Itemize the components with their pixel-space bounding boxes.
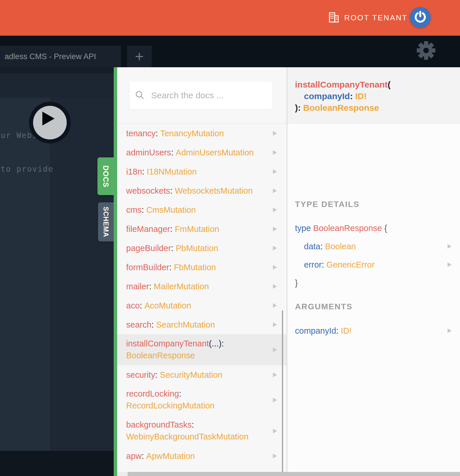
field-name: apw (126, 451, 142, 461)
field-type: I18NMutation (144, 167, 197, 176)
field-type: WebsocketsMutation (173, 186, 253, 195)
execute-query-button[interactable] (29, 102, 71, 143)
field-type-link[interactable]: Boolean (323, 242, 356, 251)
docs-panel-accent-bar (114, 67, 117, 476)
field-name: tenancy (126, 129, 156, 138)
field-punctuation: : (170, 224, 173, 234)
docs-item-mailer[interactable]: mailer: MailerMutation (117, 277, 287, 296)
field-type: CmsMutation (144, 205, 196, 215)
query-editor-region[interactable]: ur Webiny to provide (0, 67, 114, 476)
docs-item-i18n[interactable]: i18n: I18NMutation (117, 162, 287, 181)
docs-item-pageBuilder[interactable]: pageBuilder: PbMutation (117, 239, 287, 258)
docs-item-name-line: installCompanyTenant(...): (126, 338, 287, 350)
expand-arrow-icon (273, 322, 277, 327)
field-type: WebinyBackgroundTaskMutation (126, 432, 249, 441)
type-name-link[interactable]: BooleanResponse (313, 224, 382, 233)
editor-bottom-strip (0, 451, 114, 476)
docs-item-adminUsers[interactable]: adminUsers: AdminUsersMutation (117, 143, 287, 162)
docs-item-aco[interactable]: aco: AcoMutation (117, 296, 287, 315)
field-punctuation: : (149, 282, 151, 291)
docs-item-recordLocking[interactable]: recordLocking:RecordLockingMutation (117, 384, 287, 415)
type-definition-line: type BooleanResponse { (295, 222, 387, 234)
editor-overlay-panel (0, 98, 50, 451)
docs-item-backgroundTasks[interactable]: backgroundTasks:WebinyBackgroundTaskMuta… (117, 415, 287, 446)
docs-item-security[interactable]: security: SecurityMutation (117, 365, 287, 384)
docs-vertical-scrollbar-thumb[interactable] (282, 310, 283, 472)
signature-arg-type[interactable]: ID! (355, 91, 367, 101)
signature-line-3: ): BooleanResponse (295, 102, 379, 114)
signature-return-type[interactable]: BooleanResponse (303, 103, 379, 112)
horizontal-scrollbar-track[interactable] (117, 472, 460, 476)
tenant-label: ROOT TENANT (344, 13, 408, 22)
type-close-brace: } (295, 277, 298, 289)
argument-punctuation: : (336, 326, 338, 335)
docs-item-websockets[interactable]: websockets: WebsocketsMutation (117, 181, 287, 200)
expand-arrow-icon (273, 348, 277, 352)
field-type: PbMutation (173, 244, 218, 253)
docs-item-label: adminUsers: AdminUsersMutation (126, 148, 254, 157)
horizontal-scrollbar-thumb[interactable] (128, 472, 460, 476)
field-punctuation: : (320, 242, 323, 251)
argument-label: companyId: ID! (295, 325, 352, 337)
docs-item-name-line: backgroundTasks: (126, 419, 287, 431)
docs-tab-label: DOCS (102, 165, 110, 187)
expand-arrow-icon (273, 227, 277, 231)
tenant-selector[interactable]: ROOT TENANT (329, 0, 408, 36)
docs-item-label: fileManager: FmMutation (126, 224, 219, 234)
field-punctuation: : (140, 301, 142, 310)
docs-search-input[interactable] (130, 81, 272, 109)
expand-arrow-icon (273, 454, 277, 458)
docs-item-formBuilder[interactable]: formBuilder: FbMutation (117, 258, 287, 277)
docs-item-installCompanyTenant[interactable]: installCompanyTenant(...):BooleanRespons… (117, 334, 287, 365)
field-type: BooleanResponse (126, 351, 195, 360)
field-punctuation: : (142, 167, 144, 176)
field-name: data (304, 242, 320, 251)
field-type: ApwMutation (144, 451, 195, 461)
field-punctuation: : (170, 186, 173, 195)
field-punctuation: : (156, 129, 158, 138)
field-name: websockets (126, 186, 170, 195)
new-tab-button[interactable]: + (127, 46, 152, 67)
docs-item-apw[interactable]: apw: ApwMutation (117, 446, 287, 466)
field-type: MailerMutation (151, 282, 209, 291)
docs-item-label: aco: AcoMutation (126, 301, 191, 310)
user-avatar-button[interactable] (410, 7, 431, 28)
docs-item-search[interactable]: search: SearchMutation (117, 315, 287, 334)
field-punctuation: : (171, 244, 173, 253)
docs-item-list: tenancy: TenancyMutationadminUsers: Admi… (117, 124, 287, 466)
field-name: security (126, 370, 155, 379)
field-type: RecordLockingMutation (126, 401, 215, 410)
plus-icon: + (135, 48, 144, 65)
settings-gear-button[interactable] (417, 41, 435, 60)
field-type-link[interactable]: GenericError (324, 260, 374, 269)
field-name: installCompanyTenant (126, 339, 209, 348)
editor-top-strip (0, 67, 114, 73)
expand-arrow-icon (448, 244, 452, 249)
tab-title: adless CMS - Preview API (5, 52, 96, 61)
docs-side-tab[interactable]: DOCS (97, 157, 114, 195)
docs-item-label: i18n: I18NMutation (126, 167, 197, 177)
type-field-error[interactable]: error: GenericError (287, 259, 460, 270)
field-name: adminUsers (126, 148, 171, 157)
tab-headless-cms-preview-api[interactable]: adless CMS - Preview API (0, 46, 121, 67)
expand-arrow-icon (448, 328, 452, 333)
schema-tab-label: SCHEMA (102, 207, 110, 237)
play-icon (42, 112, 55, 126)
docs-item-label: search: SearchMutation (126, 320, 215, 330)
docs-item-cms[interactable]: cms: CmsMutation (117, 200, 287, 219)
arguments-heading: ARGUMENTS (295, 301, 352, 313)
expand-arrow-icon (273, 208, 277, 212)
expand-arrow-icon (448, 262, 452, 267)
expand-arrow-icon (273, 131, 277, 136)
type-field-data[interactable]: data: Boolean (287, 241, 460, 252)
expand-arrow-icon (273, 303, 277, 308)
graphql-playground-window: ROOT TENANT adless CMS - Preview API + (0, 0, 460, 476)
type-details-heading: TYPE DETAILS (295, 199, 360, 210)
argument-type-link[interactable]: ID! (338, 326, 352, 335)
argument-companyId[interactable]: companyId: ID! (287, 325, 460, 337)
schema-side-tab[interactable]: SCHEMA (98, 202, 114, 241)
signature-line-1: installCompanyTenant( (295, 79, 390, 90)
docs-item-fileManager[interactable]: fileManager: FmMutation (117, 219, 287, 239)
docs-item-tenancy[interactable]: tenancy: TenancyMutation (117, 124, 287, 143)
expand-arrow-icon (273, 169, 277, 174)
